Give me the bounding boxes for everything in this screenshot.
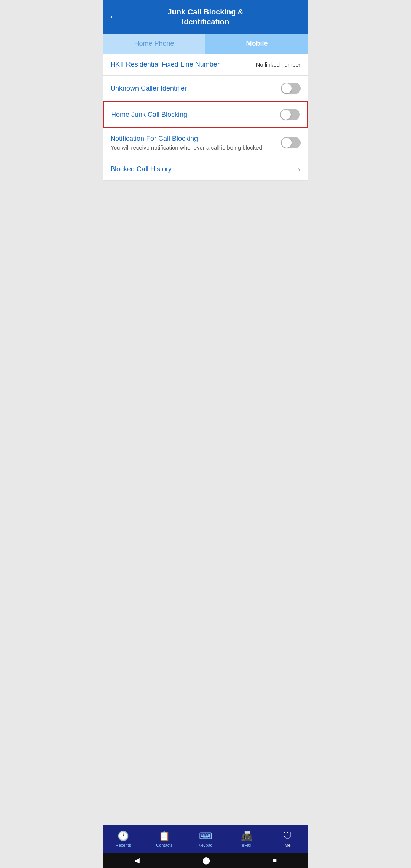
- hkt-number-label: HKT Residential Fixed Line Number: [110, 61, 256, 69]
- header: ← Junk Call Blocking &Identification: [103, 0, 308, 34]
- empty-content-area: [103, 181, 308, 825]
- nav-item-recents[interactable]: 🕐 Recents: [103, 825, 144, 853]
- system-back-button[interactable]: ◀: [134, 856, 140, 865]
- contacts-icon: 📋: [159, 831, 170, 841]
- recents-label: Recents: [116, 843, 131, 847]
- system-navigation-bar: ◀ ⬤ ■: [103, 853, 308, 868]
- tab-home-phone[interactable]: Home Phone: [103, 34, 206, 54]
- content-area: HKT Residential Fixed Line Number No lin…: [103, 54, 308, 181]
- recents-icon: 🕐: [118, 831, 129, 841]
- row-hkt-number: HKT Residential Fixed Line Number No lin…: [103, 54, 308, 76]
- nav-item-efax[interactable]: 📠 eFax: [226, 825, 267, 853]
- keypad-icon: ⌨: [199, 831, 212, 841]
- nav-item-me[interactable]: 🛡 Me: [267, 825, 308, 853]
- toggle-knob-notification: [282, 138, 292, 148]
- notification-label: Notification For Call Blocking: [110, 135, 277, 143]
- chevron-right-icon: ›: [298, 165, 301, 174]
- notification-label-container: Notification For Call Blocking You will …: [110, 135, 281, 151]
- nav-item-contacts[interactable]: 📋 Contacts: [144, 825, 185, 853]
- me-icon: 🛡: [283, 831, 292, 841]
- junk-call-blocking-toggle[interactable]: [280, 109, 300, 120]
- back-button[interactable]: ←: [109, 12, 117, 22]
- efax-label: eFax: [242, 843, 251, 847]
- hkt-number-value: No linked number: [256, 61, 301, 68]
- system-home-button[interactable]: ⬤: [202, 856, 210, 865]
- me-label: Me: [285, 843, 290, 847]
- system-recents-button[interactable]: ■: [273, 857, 277, 865]
- tabs-container: Home Phone Mobile: [103, 34, 308, 54]
- efax-icon: 📠: [241, 831, 252, 841]
- notification-toggle[interactable]: [281, 137, 301, 148]
- row-blocked-history[interactable]: Blocked Call History ›: [103, 158, 308, 181]
- tab-mobile[interactable]: Mobile: [206, 34, 308, 54]
- bottom-navigation: 🕐 Recents 📋 Contacts ⌨ Keypad 📠 eFax 🛡 M…: [103, 825, 308, 853]
- page-title: Junk Call Blocking &Identification: [168, 7, 244, 27]
- junk-call-blocking-label: Home Junk Call Blocking: [111, 111, 280, 119]
- unknown-caller-toggle[interactable]: [281, 83, 301, 94]
- toggle-knob: [282, 83, 292, 93]
- nav-item-keypad[interactable]: ⌨ Keypad: [185, 825, 226, 853]
- keypad-label: Keypad: [198, 843, 212, 847]
- row-unknown-caller: Unknown Caller Identifier: [103, 76, 308, 101]
- row-junk-call-blocking: Home Junk Call Blocking: [103, 101, 308, 128]
- notification-sublabel: You will receive notification whenever a…: [110, 144, 277, 151]
- row-notification: Notification For Call Blocking You will …: [103, 128, 308, 158]
- blocked-history-label: Blocked Call History: [110, 165, 298, 173]
- toggle-knob-junk: [281, 110, 291, 120]
- unknown-caller-label: Unknown Caller Identifier: [110, 85, 281, 93]
- contacts-label: Contacts: [156, 843, 172, 847]
